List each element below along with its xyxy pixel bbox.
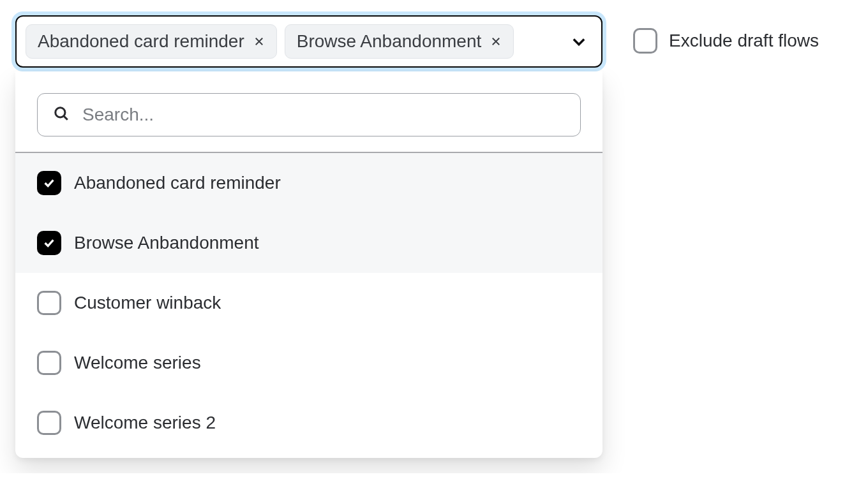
svg-point-0 (56, 108, 65, 117)
search-input[interactable] (81, 104, 565, 126)
option-checkbox[interactable] (37, 171, 61, 195)
option-row[interactable]: Customer winback (15, 273, 602, 333)
option-label: Welcome series 2 (74, 413, 216, 433)
tag-label: Abandoned card reminder (38, 31, 244, 52)
search-icon (53, 105, 70, 124)
exclude-draft-flows[interactable]: Exclude draft flows (633, 28, 819, 54)
option-label: Welcome series (74, 353, 201, 373)
dropdown-panel: Abandoned card reminderBrowse Anbandonme… (15, 71, 602, 458)
option-label: Browse Anbandonment (74, 233, 259, 253)
option-checkbox[interactable] (37, 231, 61, 255)
divider (15, 152, 602, 153)
option-checkbox[interactable] (37, 411, 61, 435)
selected-tag[interactable]: Abandoned card reminder (26, 24, 277, 59)
option-row[interactable]: Welcome series 2 (15, 393, 602, 453)
svg-line-1 (64, 116, 67, 119)
option-label: Abandoned card reminder (74, 173, 281, 193)
close-icon[interactable] (253, 36, 265, 47)
chevron-down-icon[interactable] (565, 28, 592, 55)
option-checkbox[interactable] (37, 291, 61, 315)
flow-multiselect[interactable]: Abandoned card reminder Browse Anbandonm… (15, 15, 602, 68)
option-checkbox[interactable] (37, 351, 61, 375)
exclude-checkbox[interactable] (633, 28, 657, 54)
tag-label: Browse Anbandonment (297, 31, 482, 52)
option-label: Customer winback (74, 293, 221, 313)
exclude-label: Exclude draft flows (669, 31, 819, 51)
option-row[interactable]: Browse Anbandonment (15, 213, 602, 273)
option-row[interactable]: Welcome series (15, 333, 602, 393)
option-row[interactable]: Abandoned card reminder (15, 153, 602, 213)
selected-tag[interactable]: Browse Anbandonment (285, 24, 514, 59)
close-icon[interactable] (490, 36, 502, 47)
search-input-wrap[interactable] (37, 93, 581, 136)
